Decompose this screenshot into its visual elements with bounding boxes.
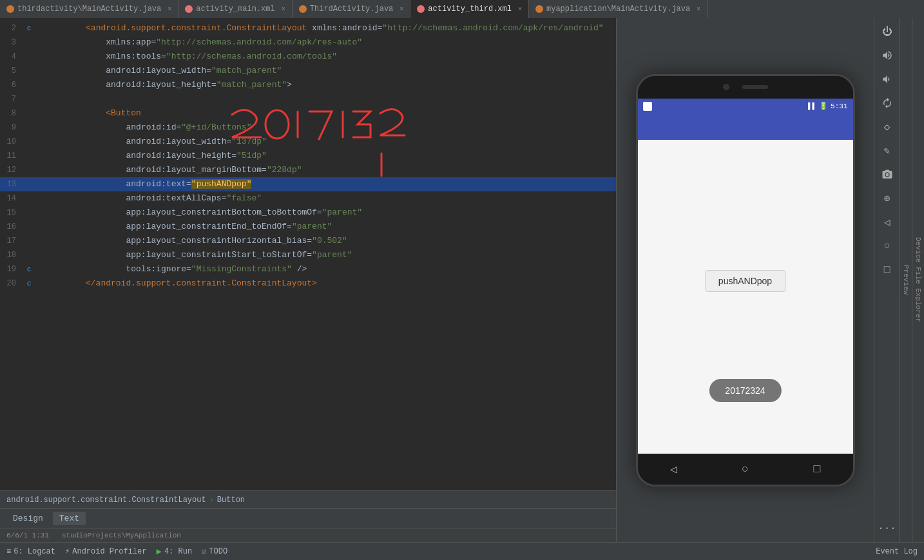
code-area[interactable]: 2 c <android.support.constraint.Constrai… bbox=[0, 18, 616, 490]
line-number: 13 bbox=[0, 177, 23, 191]
tab-close[interactable]: × bbox=[168, 6, 171, 13]
line-number: 5 bbox=[0, 64, 23, 78]
svg-point-4 bbox=[885, 173, 889, 177]
volume-up-button[interactable] bbox=[877, 45, 898, 66]
todo-label: TODO bbox=[209, 547, 227, 556]
nav-recents[interactable]: □ bbox=[813, 463, 820, 476]
camera-icon bbox=[881, 169, 893, 180]
profiler-button[interactable]: ⚡ Android Profiler bbox=[65, 546, 146, 556]
logcat-label: 6: Logcat bbox=[14, 547, 55, 556]
phone-app-bar bbox=[638, 114, 853, 140]
phone-speaker bbox=[742, 85, 768, 89]
tab-label: thirdactivity\MainActivity.java bbox=[17, 5, 161, 14]
todo-button[interactable]: ☑ TODO bbox=[202, 546, 227, 556]
tab-thirdactivity-main[interactable]: thirdactivity\MainActivity.java × bbox=[0, 0, 178, 18]
tab-text[interactable]: Text bbox=[53, 512, 86, 525]
rotate-button[interactable] bbox=[877, 93, 898, 113]
line-number: 12 bbox=[0, 163, 23, 177]
run-button[interactable]: ▶ 4: Run bbox=[156, 546, 192, 557]
phone-mockup: ▌▌ 🔋 5:31 pushANDpop 20172324 ◁ bbox=[636, 74, 855, 487]
tab-close[interactable]: × bbox=[518, 6, 522, 13]
phone-status-icon bbox=[643, 102, 652, 111]
tab-activity-third-xml[interactable]: activity_third.xml × bbox=[410, 0, 529, 18]
tab-icon bbox=[299, 5, 307, 13]
breadcrumb: android.support.constraint.ConstraintLay… bbox=[0, 490, 616, 508]
breadcrumb-separator: › bbox=[209, 496, 214, 505]
tab-activity-main-xml[interactable]: activity_main.xml × bbox=[178, 0, 292, 18]
line-number: 14 bbox=[0, 191, 23, 206]
tab-third-activity[interactable]: ThirdActivity.java × bbox=[293, 0, 411, 18]
tab-icon bbox=[535, 5, 543, 13]
logcat-button[interactable]: ≡ 6: Logcat bbox=[6, 547, 55, 556]
line-number: 9 bbox=[0, 121, 23, 135]
tab-close[interactable]: × bbox=[399, 6, 403, 13]
screenshot-button[interactable] bbox=[877, 164, 898, 185]
device-panel: ▌▌ 🔋 5:31 pushANDpop 20172324 ◁ bbox=[616, 18, 874, 542]
phone-nav-bar: ◁ ○ □ bbox=[638, 454, 853, 485]
line-gutter: c bbox=[23, 21, 35, 35]
line-number: 7 bbox=[0, 92, 23, 106]
zoom-button[interactable]: ⊕ bbox=[877, 188, 898, 209]
line-number: 16 bbox=[0, 220, 23, 234]
line-number: 20 bbox=[0, 276, 23, 291]
event-log-label: Event Log bbox=[876, 547, 918, 556]
phone-top-bar bbox=[638, 76, 853, 99]
nav-home[interactable]: ○ bbox=[742, 463, 749, 476]
number-button[interactable]: 20172324 bbox=[709, 379, 781, 402]
phone-status-right: ▌▌ 🔋 5:31 bbox=[808, 102, 848, 110]
power-button[interactable]: ⏻ bbox=[877, 21, 898, 42]
tab-label: activity_main.xml bbox=[196, 5, 274, 14]
code-line-20: 20 c </android.support.constraint.Constr… bbox=[0, 276, 616, 291]
tab-close[interactable]: × bbox=[697, 6, 700, 13]
line-number: 6 bbox=[0, 78, 23, 92]
bottom-tabs: Design Text bbox=[0, 508, 616, 528]
status-datetime: 6/6/1 1:31 bbox=[6, 532, 49, 539]
tab-icon bbox=[417, 5, 425, 13]
status-bar: 6/6/1 1:31 studioProjects\MyApplication bbox=[0, 528, 616, 542]
profiler-icon: ⚡ bbox=[65, 546, 70, 556]
main-content: 2 c <android.support.constraint.Constrai… bbox=[0, 18, 924, 542]
event-log-button[interactable]: Event Log bbox=[876, 547, 918, 556]
line-number: 19 bbox=[0, 262, 23, 276]
breadcrumb-part1: android.support.constraint.ConstraintLay… bbox=[6, 496, 206, 505]
right-side: ▌▌ 🔋 5:31 pushANDpop 20172324 ◁ bbox=[616, 18, 924, 542]
line-number: 10 bbox=[0, 135, 23, 149]
line-number: 17 bbox=[0, 234, 23, 248]
tab-bar: thirdactivity\MainActivity.java × activi… bbox=[0, 0, 924, 18]
preview-side-label: Preview bbox=[900, 18, 912, 542]
tab-design[interactable]: Design bbox=[6, 512, 50, 525]
nav-back[interactable]: ◁ bbox=[670, 462, 677, 476]
logcat-icon: ≡ bbox=[6, 547, 11, 556]
line-content: </android.support.constraint.ConstraintL… bbox=[35, 262, 616, 305]
volume-down-icon bbox=[881, 73, 893, 85]
line-number: 11 bbox=[0, 149, 23, 163]
status-path: studioProjects\MyApplication bbox=[62, 532, 181, 539]
line-number: 2 bbox=[0, 21, 23, 35]
recents-nav-button[interactable]: □ bbox=[877, 260, 898, 280]
todo-icon: ☑ bbox=[202, 546, 206, 556]
eraser-button[interactable]: ◇ bbox=[877, 117, 898, 137]
line-number: 3 bbox=[0, 35, 23, 50]
push-and-pop-button[interactable]: pushANDpop bbox=[705, 270, 785, 292]
run-icon: ▶ bbox=[156, 546, 161, 557]
right-toolbar: ⏻ ◇ ✎ bbox=[874, 18, 900, 542]
line-number: 15 bbox=[0, 206, 23, 220]
pencil-button[interactable]: ✎ bbox=[877, 140, 898, 161]
tab-myapplication-main[interactable]: myapplication\MainActivity.java × bbox=[529, 0, 707, 18]
line-number: 18 bbox=[0, 248, 23, 262]
more-options-button[interactable]: ··· bbox=[877, 518, 898, 539]
back-nav-button[interactable]: ◁ bbox=[877, 212, 898, 233]
tab-close[interactable]: × bbox=[282, 6, 285, 13]
line-number: 4 bbox=[0, 50, 23, 64]
breadcrumb-part2: Button bbox=[217, 496, 245, 505]
line-gutter: c bbox=[23, 276, 35, 291]
device-file-explorer-label[interactable]: Device File Explorer bbox=[912, 18, 924, 542]
volume-down-button[interactable] bbox=[877, 69, 898, 90]
line-gutter: c bbox=[23, 262, 35, 276]
home-nav-button[interactable]: ○ bbox=[877, 236, 898, 256]
bottom-toolbar: ≡ 6: Logcat ⚡ Android Profiler ▶ 4: Run … bbox=[0, 542, 924, 560]
phone-time: 5:31 bbox=[831, 102, 847, 110]
line-number: 8 bbox=[0, 106, 23, 121]
code-editor: 2 c <android.support.constraint.Constrai… bbox=[0, 18, 616, 542]
device-container: ▌▌ 🔋 5:31 pushANDpop 20172324 ◁ bbox=[617, 18, 874, 542]
